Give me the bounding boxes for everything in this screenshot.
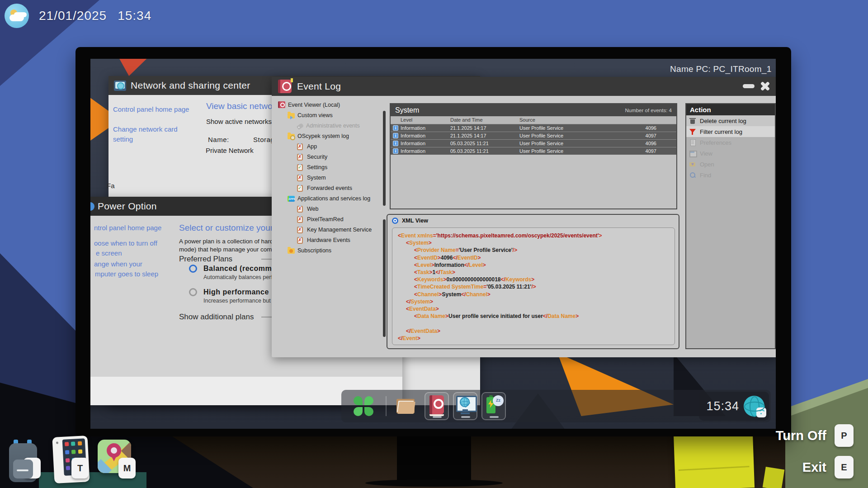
tablet-key-badge[interactable]: T bbox=[71, 458, 89, 479]
book-icon bbox=[278, 101, 285, 108]
exit-label[interactable]: Exit bbox=[802, 460, 826, 475]
power-link-turn-off-screen-2[interactable]: e screen bbox=[96, 249, 122, 257]
tree-item-label: Applications and services log bbox=[297, 195, 370, 202]
monitor-stand bbox=[397, 436, 471, 483]
minimize-button[interactable] bbox=[743, 84, 755, 88]
xml-line: </System> bbox=[398, 298, 669, 305]
column-date: Date and Time bbox=[450, 117, 483, 123]
preferred-plans-label: Preferred Plans bbox=[179, 255, 232, 264]
action-filter-current-log[interactable]: Filter current log bbox=[686, 126, 775, 137]
xml-line: <Data Name>User profile service initiate… bbox=[398, 313, 669, 320]
change-network-card-link[interactable]: Change network card setting bbox=[113, 124, 188, 144]
xml-view-radio[interactable] bbox=[392, 218, 398, 224]
hotkey-tablet[interactable]: T bbox=[53, 436, 89, 483]
event-tree: Event Viewer (Local)Custom viewsAdminist… bbox=[275, 99, 383, 354]
event-cell-id: 4097 bbox=[646, 133, 656, 138]
event-row[interactable]: iInformation21.1.2025 14:17User Profile … bbox=[391, 132, 676, 139]
xml-line: </EventData> bbox=[398, 327, 669, 335]
power-link-sleep-2[interactable]: mputer goes to sleep bbox=[95, 270, 158, 278]
turn-off-label[interactable]: Turn Off bbox=[776, 428, 826, 443]
file-manager-icon[interactable] bbox=[396, 397, 416, 415]
tree-item-oscypek-system-log[interactable]: OScypek system log bbox=[275, 131, 383, 141]
monitor-stand-base bbox=[365, 479, 503, 487]
power-window-title: Power Option bbox=[98, 201, 157, 212]
tree-item-subscriptions[interactable]: Subscriptions bbox=[275, 245, 383, 256]
plan-description: Increases performance but ma bbox=[203, 298, 280, 304]
map-key-badge[interactable]: M bbox=[118, 458, 136, 479]
event-log-book-icon bbox=[429, 395, 444, 414]
tree-item-applications-and-services-log[interactable]: APPSApplications and services log bbox=[275, 193, 383, 204]
wallpaper-triangle bbox=[114, 59, 157, 76]
tree-item-security[interactable]: Security bbox=[275, 152, 383, 162]
control-panel-home-link[interactable]: Control panel home page bbox=[113, 105, 194, 113]
clip-check-icon bbox=[297, 185, 303, 192]
clip-x-icon bbox=[297, 143, 303, 150]
view-basic-network-heading: View basic network bbox=[206, 101, 279, 111]
xml-line: <Provider Name='User Profile Service'/> bbox=[398, 246, 669, 254]
network-monitor-icon bbox=[455, 396, 475, 414]
tree-item-administrative-events: Administrative events bbox=[275, 120, 383, 131]
turn-off-key-badge[interactable]: P bbox=[835, 424, 854, 447]
exit-action[interactable]: Exit E bbox=[802, 456, 854, 479]
hud-datetime: 21/01/2025 15:34 bbox=[5, 4, 151, 28]
turn-off-action[interactable]: Turn Off P bbox=[776, 424, 854, 447]
tree-item-hardware-events[interactable]: Hardware Events bbox=[275, 235, 383, 245]
weather-icon bbox=[5, 4, 29, 28]
action-delete-current-log[interactable]: Delete current log bbox=[686, 115, 775, 126]
screen: Name PC: PC_ITRoom_1 Network and sharing… bbox=[90, 59, 776, 429]
xml-view-label: XML View bbox=[402, 218, 428, 224]
view-icon bbox=[689, 150, 696, 157]
tree-scrollbar[interactable] bbox=[383, 111, 386, 206]
exit-key-badge[interactable]: E bbox=[835, 456, 854, 479]
hotkey-inventory[interactable]: I bbox=[9, 440, 37, 483]
action-items: Delete current logFilter current logPref… bbox=[686, 115, 775, 180]
close-button[interactable] bbox=[759, 80, 771, 92]
tree-item-event-viewer-local-[interactable]: Event Viewer (Local) bbox=[275, 99, 383, 110]
event-cell-level: Information bbox=[401, 141, 425, 146]
trash-icon bbox=[689, 117, 696, 124]
tree-item-label: App bbox=[307, 143, 317, 150]
tree-item-label: OScypek system log bbox=[297, 133, 349, 139]
plan-radio-unselected[interactable] bbox=[189, 288, 197, 296]
hud-date-label: 21/01/2025 bbox=[39, 9, 107, 23]
power-description: A power plan is a collection of hardv mo… bbox=[179, 237, 276, 254]
power-app-icon bbox=[90, 202, 94, 211]
hotkey-map[interactable]: M bbox=[98, 440, 131, 473]
tree-item-key-management-service[interactable]: Key Management Service bbox=[275, 224, 383, 235]
start-button[interactable] bbox=[353, 396, 374, 417]
power-link-control-panel[interactable]: ntrol panel home page bbox=[94, 224, 161, 232]
network-window-title: Network and sharing center bbox=[131, 80, 250, 91]
event-row[interactable]: iInformation05.03.2025 11:21User Profile… bbox=[391, 139, 676, 147]
show-additional-plans-label: Show additional plans bbox=[179, 313, 254, 322]
tree-item-label: Administrative events bbox=[306, 123, 360, 129]
info-icon: i bbox=[393, 133, 398, 138]
taskbar-power[interactable]: Zz bbox=[481, 392, 506, 420]
tree-item-label: Settings bbox=[307, 164, 327, 171]
event-log-titlebar[interactable]: Event Log bbox=[272, 77, 776, 96]
tree-scrollbar-lower[interactable] bbox=[383, 219, 386, 337]
power-link-turn-off-screen[interactable]: oose when to turn off bbox=[94, 239, 157, 247]
event-cell-source: User Profile Service bbox=[519, 141, 563, 146]
tree-item-label: Hardware Events bbox=[307, 237, 350, 243]
xml-line: <Event xmlns='https://schemas.pixelteamr… bbox=[398, 232, 669, 239]
action-open: Open bbox=[686, 159, 775, 170]
taskbar-clock-panel[interactable]: 15:34 bbox=[699, 392, 769, 421]
system-panel-header: System Number of events: 4 bbox=[391, 104, 676, 116]
tree-item-settings[interactable]: Settings bbox=[275, 162, 383, 172]
power-link-sleep[interactable]: ange when your bbox=[94, 260, 142, 268]
event-row[interactable]: iInformation21.1.2025 14:17User Profile … bbox=[391, 124, 676, 132]
taskbar-network[interactable] bbox=[453, 392, 477, 420]
action-item-label: Filter current log bbox=[700, 128, 742, 135]
tree-item-app[interactable]: App bbox=[275, 141, 383, 152]
xml-line: </Event> bbox=[398, 335, 669, 342]
plan-radio-selected[interactable] bbox=[189, 265, 197, 273]
taskbar-event-log[interactable] bbox=[425, 392, 449, 420]
power-plans-list: Balanced (recommendAutomatically balance… bbox=[189, 265, 285, 312]
event-row[interactable]: iInformation05.03.2025 11:21User Profile… bbox=[391, 147, 676, 155]
tree-item-pixelteamred[interactable]: PixelTeamRed bbox=[275, 214, 383, 224]
tree-item-custom-views[interactable]: Custom views bbox=[275, 110, 383, 120]
tree-item-web[interactable]: Web bbox=[275, 204, 383, 214]
action-item-label: Delete current log bbox=[700, 118, 746, 124]
tree-item-forwarded-events[interactable]: Forwarded events bbox=[275, 183, 383, 193]
tree-item-system[interactable]: System bbox=[275, 172, 383, 183]
